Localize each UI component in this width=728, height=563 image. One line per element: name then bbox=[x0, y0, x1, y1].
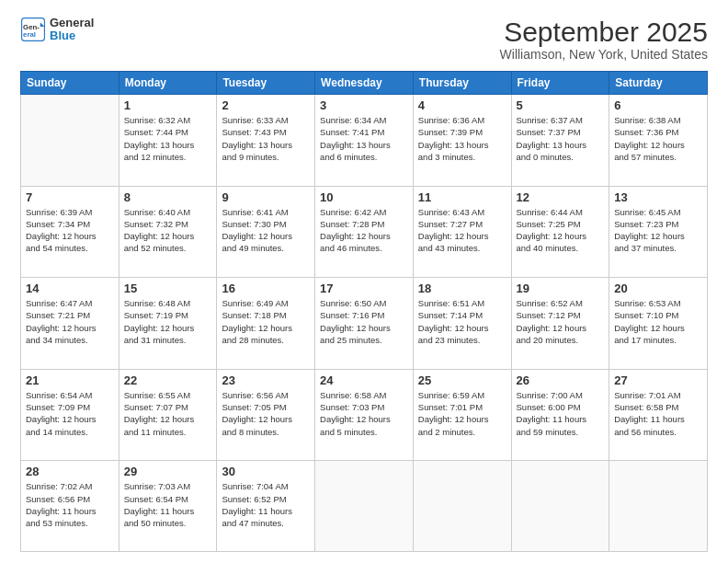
day-info: Sunrise: 6:55 AMSunset: 7:07 PMDaylight:… bbox=[124, 389, 212, 438]
header: Gen- eral General Blue September 2025 Wi… bbox=[20, 17, 708, 62]
day-info: Sunrise: 6:39 AMSunset: 7:34 PMDaylight:… bbox=[26, 206, 114, 255]
weekday-header-wednesday: Wednesday bbox=[315, 72, 414, 95]
day-number: 29 bbox=[124, 465, 212, 478]
calendar-cell: 27Sunrise: 7:01 AMSunset: 6:58 PMDayligh… bbox=[609, 369, 708, 461]
day-info: Sunrise: 6:36 AMSunset: 7:39 PMDaylight:… bbox=[418, 114, 506, 163]
calendar-cell: 17Sunrise: 6:50 AMSunset: 7:16 PMDayligh… bbox=[315, 278, 414, 370]
calendar-cell: 16Sunrise: 6:49 AMSunset: 7:18 PMDayligh… bbox=[217, 278, 315, 370]
calendar-week-row: 14Sunrise: 6:47 AMSunset: 7:21 PMDayligh… bbox=[21, 278, 708, 370]
day-info: Sunrise: 6:47 AMSunset: 7:21 PMDaylight:… bbox=[26, 297, 114, 346]
calendar-cell bbox=[315, 461, 414, 552]
month-title: September 2025 bbox=[500, 17, 708, 47]
calendar-cell: 13Sunrise: 6:45 AMSunset: 7:23 PMDayligh… bbox=[609, 186, 708, 278]
logo-icon: Gen- eral bbox=[20, 17, 46, 42]
calendar-cell: 3Sunrise: 6:34 AMSunset: 7:41 PMDaylight… bbox=[315, 95, 414, 187]
day-number: 10 bbox=[320, 190, 408, 204]
day-number: 27 bbox=[614, 373, 702, 387]
day-number: 22 bbox=[124, 373, 212, 387]
day-info: Sunrise: 6:42 AMSunset: 7:28 PMDaylight:… bbox=[320, 206, 408, 255]
day-info: Sunrise: 6:58 AMSunset: 7:03 PMDaylight:… bbox=[320, 389, 408, 438]
calendar-cell: 24Sunrise: 6:58 AMSunset: 7:03 PMDayligh… bbox=[315, 369, 414, 461]
day-number: 6 bbox=[614, 98, 702, 112]
day-number: 16 bbox=[222, 282, 310, 295]
calendar-cell bbox=[511, 461, 609, 552]
day-number: 25 bbox=[418, 373, 506, 387]
day-info: Sunrise: 6:45 AMSunset: 7:23 PMDaylight:… bbox=[614, 206, 702, 255]
title-block: September 2025 Williamson, New York, Uni… bbox=[500, 17, 708, 62]
calendar-week-row: 1Sunrise: 6:32 AMSunset: 7:44 PMDaylight… bbox=[21, 95, 708, 187]
day-number: 2 bbox=[222, 98, 310, 112]
day-info: Sunrise: 6:49 AMSunset: 7:18 PMDaylight:… bbox=[222, 297, 310, 346]
day-number: 21 bbox=[26, 373, 114, 387]
calendar-cell bbox=[413, 461, 511, 552]
day-number: 14 bbox=[26, 282, 114, 295]
logo-line2: Blue bbox=[50, 29, 94, 42]
day-info: Sunrise: 6:56 AMSunset: 7:05 PMDaylight:… bbox=[222, 389, 310, 438]
calendar-cell: 15Sunrise: 6:48 AMSunset: 7:19 PMDayligh… bbox=[119, 278, 217, 370]
calendar-cell: 28Sunrise: 7:02 AMSunset: 6:56 PMDayligh… bbox=[21, 461, 119, 552]
day-info: Sunrise: 6:38 AMSunset: 7:36 PMDaylight:… bbox=[614, 114, 702, 163]
day-number: 8 bbox=[124, 190, 212, 204]
calendar-cell: 25Sunrise: 6:59 AMSunset: 7:01 PMDayligh… bbox=[413, 369, 511, 461]
logo-text: General Blue bbox=[50, 17, 94, 43]
day-number: 18 bbox=[418, 282, 506, 295]
weekday-header-thursday: Thursday bbox=[413, 72, 511, 95]
calendar-cell: 18Sunrise: 6:51 AMSunset: 7:14 PMDayligh… bbox=[413, 278, 511, 370]
day-info: Sunrise: 6:48 AMSunset: 7:19 PMDaylight:… bbox=[124, 297, 212, 346]
day-info: Sunrise: 6:53 AMSunset: 7:10 PMDaylight:… bbox=[614, 297, 702, 346]
day-info: Sunrise: 6:37 AMSunset: 7:37 PMDaylight:… bbox=[517, 114, 605, 163]
calendar-cell: 5Sunrise: 6:37 AMSunset: 7:37 PMDaylight… bbox=[511, 95, 609, 187]
calendar-cell: 9Sunrise: 6:41 AMSunset: 7:30 PMDaylight… bbox=[217, 186, 315, 278]
calendar-cell: 1Sunrise: 6:32 AMSunset: 7:44 PMDaylight… bbox=[119, 95, 217, 187]
calendar-week-row: 7Sunrise: 6:39 AMSunset: 7:34 PMDaylight… bbox=[21, 186, 708, 278]
calendar-cell: 8Sunrise: 6:40 AMSunset: 7:32 PMDaylight… bbox=[119, 186, 217, 278]
logo-line1: General bbox=[50, 17, 94, 29]
calendar-cell: 12Sunrise: 6:44 AMSunset: 7:25 PMDayligh… bbox=[511, 186, 609, 278]
day-info: Sunrise: 6:59 AMSunset: 7:01 PMDaylight:… bbox=[418, 389, 506, 438]
calendar-cell: 26Sunrise: 7:00 AMSunset: 6:00 PMDayligh… bbox=[511, 369, 609, 461]
day-info: Sunrise: 7:02 AMSunset: 6:56 PMDaylight:… bbox=[26, 480, 114, 529]
day-info: Sunrise: 7:03 AMSunset: 6:54 PMDaylight:… bbox=[124, 480, 212, 529]
day-number: 5 bbox=[517, 98, 605, 112]
calendar-cell: 29Sunrise: 7:03 AMSunset: 6:54 PMDayligh… bbox=[119, 461, 217, 552]
day-info: Sunrise: 6:32 AMSunset: 7:44 PMDaylight:… bbox=[124, 114, 212, 163]
day-number: 12 bbox=[517, 190, 605, 204]
day-number: 17 bbox=[320, 282, 408, 295]
day-number: 24 bbox=[320, 373, 408, 387]
calendar-cell: 20Sunrise: 6:53 AMSunset: 7:10 PMDayligh… bbox=[609, 278, 708, 370]
weekday-header-row: SundayMondayTuesdayWednesdayThursdayFrid… bbox=[21, 72, 708, 95]
day-number: 15 bbox=[124, 282, 212, 295]
weekday-header-tuesday: Tuesday bbox=[217, 72, 315, 95]
day-info: Sunrise: 6:52 AMSunset: 7:12 PMDaylight:… bbox=[517, 297, 605, 346]
day-info: Sunrise: 7:01 AMSunset: 6:58 PMDaylight:… bbox=[614, 389, 702, 438]
day-number: 4 bbox=[418, 98, 506, 112]
logo: Gen- eral General Blue bbox=[20, 17, 94, 43]
day-number: 30 bbox=[222, 465, 310, 478]
day-number: 1 bbox=[124, 98, 212, 112]
day-number: 11 bbox=[418, 190, 506, 204]
day-info: Sunrise: 6:33 AMSunset: 7:43 PMDaylight:… bbox=[222, 114, 310, 163]
day-info: Sunrise: 6:50 AMSunset: 7:16 PMDaylight:… bbox=[320, 297, 408, 346]
weekday-header-saturday: Saturday bbox=[609, 72, 708, 95]
day-number: 19 bbox=[517, 282, 605, 295]
day-number: 13 bbox=[614, 190, 702, 204]
location-subtitle: Williamson, New York, United States bbox=[500, 47, 708, 62]
day-info: Sunrise: 7:00 AMSunset: 6:00 PMDaylight:… bbox=[517, 389, 605, 438]
day-number: 9 bbox=[222, 190, 310, 204]
calendar-cell: 22Sunrise: 6:55 AMSunset: 7:07 PMDayligh… bbox=[119, 369, 217, 461]
calendar-table: SundayMondayTuesdayWednesdayThursdayFrid… bbox=[20, 71, 708, 552]
calendar-cell: 14Sunrise: 6:47 AMSunset: 7:21 PMDayligh… bbox=[21, 278, 119, 370]
weekday-header-sunday: Sunday bbox=[21, 72, 119, 95]
day-number: 7 bbox=[26, 190, 114, 204]
day-info: Sunrise: 6:34 AMSunset: 7:41 PMDaylight:… bbox=[320, 114, 408, 163]
calendar-week-row: 28Sunrise: 7:02 AMSunset: 6:56 PMDayligh… bbox=[21, 461, 708, 552]
day-number: 3 bbox=[320, 98, 408, 112]
calendar-cell bbox=[21, 95, 119, 187]
weekday-header-friday: Friday bbox=[511, 72, 609, 95]
day-info: Sunrise: 7:04 AMSunset: 6:52 PMDaylight:… bbox=[222, 480, 310, 529]
calendar-cell: 6Sunrise: 6:38 AMSunset: 7:36 PMDaylight… bbox=[609, 95, 708, 187]
day-number: 23 bbox=[222, 373, 310, 387]
calendar-cell: 7Sunrise: 6:39 AMSunset: 7:34 PMDaylight… bbox=[21, 186, 119, 278]
day-number: 28 bbox=[26, 465, 114, 478]
calendar-cell: 30Sunrise: 7:04 AMSunset: 6:52 PMDayligh… bbox=[217, 461, 315, 552]
